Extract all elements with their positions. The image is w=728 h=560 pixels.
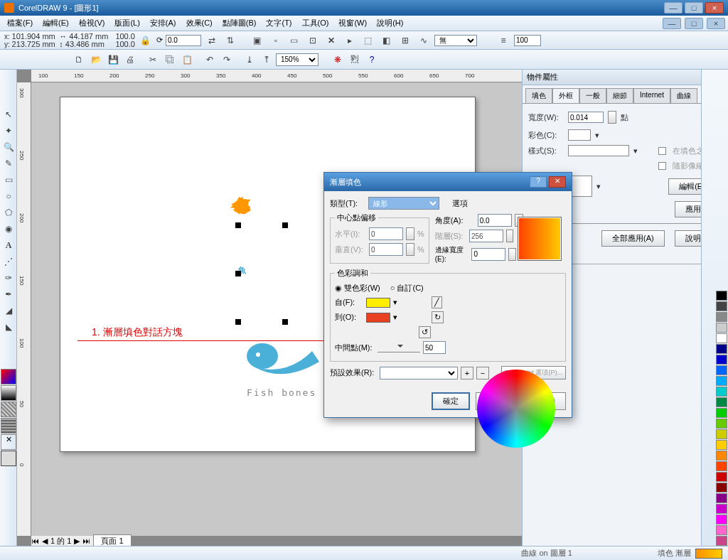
two-color-radio[interactable]: ◉ 雙色彩(W) (335, 283, 380, 294)
menu-view[interactable]: 檢視(V) (75, 16, 109, 30)
nav-next-icon[interactable]: ▶ (74, 537, 80, 546)
align-icon[interactable]: ✕ (323, 33, 339, 48)
redo-icon[interactable]: ↷ (219, 52, 235, 68)
color-swatch[interactable] (716, 451, 727, 461)
color-swatch[interactable] (716, 419, 727, 429)
width-input[interactable] (568, 112, 604, 123)
midpoint-input[interactable] (423, 341, 446, 354)
rotation-input[interactable] (166, 35, 201, 46)
outline-color-swatch[interactable] (568, 129, 591, 141)
shape-tool-icon[interactable]: ✦ (1, 122, 16, 138)
ellipse-tool-icon[interactable]: ○ (1, 188, 16, 203)
color-swatch[interactable] (716, 344, 727, 354)
color-swatch[interactable] (716, 312, 727, 322)
zoom-select[interactable]: 150% (276, 53, 318, 66)
lock-ratio-icon[interactable]: 🔒 (138, 33, 154, 48)
color-swatch[interactable] (716, 472, 727, 482)
freehand-tool-icon[interactable]: ✎ (1, 155, 16, 171)
style-select[interactable] (568, 145, 629, 156)
fill-texture-icon[interactable] (1, 418, 16, 434)
tab-internet[interactable]: Internet (633, 88, 670, 103)
interactive-fill-icon[interactable]: ◣ (1, 318, 16, 334)
dialog-close-icon[interactable]: ✕ (549, 176, 566, 188)
break-icon[interactable]: ▫ (268, 33, 284, 48)
edge-input[interactable] (471, 248, 505, 261)
print-icon[interactable]: 🖨 (122, 52, 138, 68)
pick-tool-icon[interactable]: ↖ (1, 106, 16, 122)
nav-prev-icon[interactable]: ◀ (42, 537, 48, 546)
close-button[interactable]: × (705, 2, 724, 14)
paste-icon[interactable]: 📋 (179, 52, 195, 68)
color-swatch[interactable] (716, 429, 727, 439)
color-swatch[interactable] (716, 291, 727, 301)
polygon-tool-icon[interactable]: ⬠ (1, 204, 16, 220)
fill-pattern-icon[interactable] (1, 402, 16, 417)
fill-swatch-rainbow[interactable] (1, 369, 16, 384)
maximize-button[interactable]: □ (685, 2, 703, 14)
zoom-tool-icon[interactable]: 🔍 (1, 139, 16, 154)
tab-fill[interactable]: 填色 (525, 88, 552, 103)
tab-detail[interactable]: 細節 (606, 88, 633, 103)
copy-icon[interactable]: ⿻ (162, 52, 178, 68)
tab-general[interactable]: 一般 (579, 88, 606, 103)
eyedropper-tool-icon[interactable]: ✑ (1, 269, 16, 285)
text-tool-icon[interactable]: A (1, 237, 16, 252)
combine-icon[interactable]: ▣ (250, 33, 265, 48)
preset-add-icon[interactable]: + (461, 367, 473, 379)
import-icon[interactable]: ⤓ (242, 52, 257, 68)
tab-curve[interactable]: 曲線 (670, 88, 697, 103)
minimize-button[interactable]: — (664, 2, 682, 14)
color-swatch[interactable] (716, 387, 727, 397)
new-icon[interactable]: 🗋 (71, 52, 87, 68)
custom-radio[interactable]: ○ 自訂(C) (390, 283, 424, 294)
type-select[interactable]: 線形 (368, 197, 439, 210)
scripts-icon[interactable]: 煭 (347, 52, 363, 68)
menu-window[interactable]: 視窗(W) (334, 16, 371, 30)
preset-remove-icon[interactable]: − (476, 367, 489, 379)
color-swatch[interactable] (716, 515, 727, 524)
ungroup-icon[interactable]: ⊡ (305, 33, 321, 48)
color-swatch[interactable] (716, 536, 727, 546)
save-icon[interactable]: 💾 (105, 52, 121, 68)
color-swatch[interactable] (716, 440, 727, 450)
fill-swatch-gray[interactable] (1, 385, 16, 401)
menu-effects[interactable]: 效果(C) (182, 16, 217, 30)
color-swatch[interactable] (716, 461, 727, 471)
fill-dialog-icon[interactable] (1, 451, 16, 466)
menu-file[interactable]: 檔案(F) (3, 16, 37, 30)
context-help-icon[interactable]: ? (364, 52, 380, 68)
fill-none-icon[interactable]: ✕ (1, 434, 16, 450)
to-color-swatch[interactable] (366, 313, 390, 323)
sel-handle[interactable] (235, 271, 241, 276)
nav-first-icon[interactable]: ⏮ (31, 537, 39, 545)
color-swatch[interactable] (716, 301, 727, 311)
tab-outline[interactable]: 外框 (552, 88, 579, 103)
direct-route-icon[interactable]: ╱ (432, 296, 442, 308)
fish-char-outline[interactable]: 魚 魚 (238, 200, 246, 291)
paragraph-icon[interactable]: ≡ (496, 33, 511, 48)
menu-edit[interactable]: 編輯(E) (38, 16, 73, 30)
sel-handle[interactable] (282, 319, 288, 325)
from-dropdown-icon[interactable]: ▾ (393, 298, 397, 307)
from-color-swatch[interactable] (366, 298, 390, 308)
rect-tool-icon[interactable]: ▭ (1, 171, 16, 187)
menu-help[interactable]: 說明(H) (373, 16, 407, 30)
menu-layout[interactable]: 版面(L) (110, 16, 144, 30)
sel-handle[interactable] (235, 319, 241, 325)
nav-last-icon[interactable]: ⏭ (82, 537, 90, 545)
color-swatch[interactable] (716, 408, 727, 418)
unit-select[interactable]: 無 (434, 35, 477, 46)
ok-button[interactable]: 確定 (432, 392, 470, 410)
sel-handle[interactable] (235, 222, 241, 228)
undo-icon[interactable]: ↶ (202, 52, 218, 68)
order-icon[interactable]: ▸ (342, 33, 358, 48)
mirror-v-icon[interactable]: ⇅ (223, 33, 238, 48)
cw-route-icon[interactable]: ↻ (432, 311, 444, 323)
dialog-help-icon[interactable]: ? (530, 176, 547, 188)
angle-input[interactable] (478, 214, 512, 227)
cap-dropdown-icon[interactable]: ▾ (596, 182, 601, 191)
curve-icon[interactable]: ∿ (416, 33, 432, 48)
midpoint-slider[interactable] (378, 343, 420, 352)
color-swatch[interactable] (716, 323, 727, 333)
edge-spinner[interactable] (508, 248, 516, 261)
